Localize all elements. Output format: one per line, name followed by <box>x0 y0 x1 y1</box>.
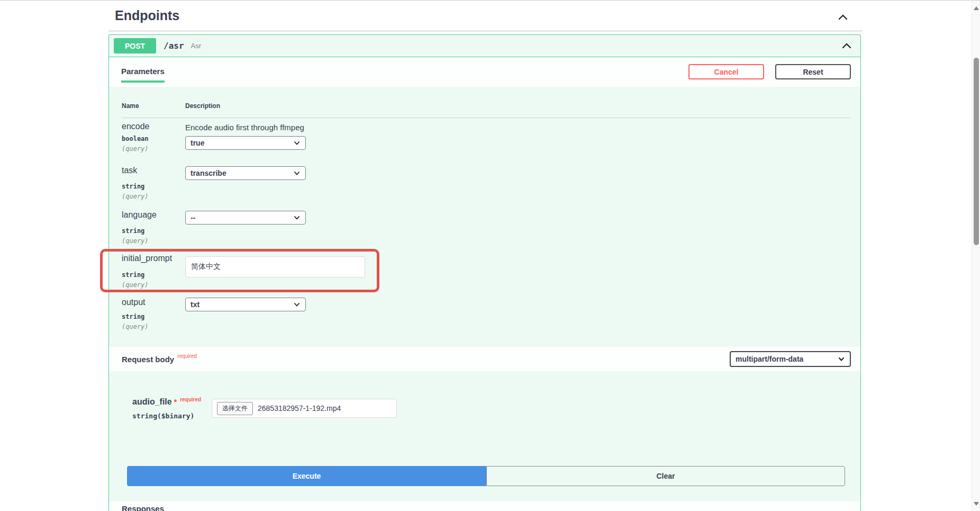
scrollbar[interactable] <box>972 1 980 511</box>
param-description: Encode audio first through ffmpeg <box>185 123 304 132</box>
clear-button[interactable]: Clear <box>486 466 845 486</box>
param-type: string <box>122 183 144 190</box>
responses-title: Responses <box>122 504 164 511</box>
scroll-up-arrow-icon[interactable] <box>974 6 979 10</box>
endpoints-collapse-button[interactable] <box>835 11 851 25</box>
opblock-collapse-button[interactable] <box>840 41 854 52</box>
file-input[interactable]: 选择文件 26853182957-1-192.mp4 <box>212 399 397 418</box>
table-header-divider <box>122 118 851 118</box>
task-select[interactable]: transcribe <box>185 166 306 180</box>
content-type-value: multipart/form-data <box>736 355 803 363</box>
parameters-header: Parameters Cancel Reset <box>109 57 860 87</box>
page-title: Endpoints <box>115 8 179 23</box>
opblock-post-asr: POST /asr Asr Parameters Cancel Reset Na… <box>108 34 861 511</box>
field-name: audio_file*required <box>132 397 201 407</box>
param-in: (query) <box>122 193 149 200</box>
param-in: (query) <box>122 145 149 153</box>
field-name-text: audio_file <box>132 397 172 406</box>
request-body-header: Request body required multipart/form-dat… <box>109 347 860 371</box>
scroll-down-arrow-icon[interactable] <box>974 502 979 506</box>
param-in: (query) <box>122 237 149 245</box>
reset-button[interactable]: Reset <box>775 64 851 79</box>
responses-header: Responses <box>109 501 860 511</box>
param-type: string <box>122 227 144 235</box>
param-name: encode <box>122 122 150 131</box>
opblock-summary[interactable]: POST /asr Asr <box>109 35 860 57</box>
required-star: * <box>174 398 177 406</box>
language-select-value: -- <box>190 213 195 222</box>
cancel-button[interactable]: Cancel <box>688 64 764 79</box>
param-type: string <box>122 271 144 279</box>
param-name: initial_prompt <box>122 254 172 263</box>
chevron-down-icon <box>293 169 301 177</box>
file-name: 26853182957-1-192.mp4 <box>258 404 341 413</box>
param-type: string <box>122 313 144 320</box>
field-required-badge: required <box>180 397 201 402</box>
param-in: (query) <box>122 281 149 289</box>
chevron-down-icon <box>293 214 301 221</box>
method-badge: POST <box>114 38 156 53</box>
encode-select-value: true <box>190 139 204 147</box>
language-select[interactable]: -- <box>185 211 306 225</box>
chevron-down-icon <box>838 355 845 363</box>
column-header-name: Name <box>122 102 139 110</box>
section-divider <box>108 31 863 31</box>
scrollbar-thumb[interactable] <box>974 58 979 245</box>
tab-parameters[interactable]: Parameters <box>121 67 165 83</box>
execute-button[interactable]: Execute <box>127 466 486 486</box>
param-name: language <box>122 210 157 220</box>
param-in: (query) <box>122 323 149 330</box>
chevron-up-icon <box>841 44 852 52</box>
param-name: output <box>122 298 145 307</box>
chevron-down-icon <box>293 139 301 147</box>
output-select[interactable]: txt <box>185 298 306 311</box>
output-select-value: txt <box>190 300 199 309</box>
choose-file-button[interactable]: 选择文件 <box>217 402 253 415</box>
request-body-required-badge: required <box>177 353 197 359</box>
encode-select[interactable]: true <box>185 136 306 150</box>
chevron-down-icon <box>293 301 301 308</box>
field-type: string($binary) <box>132 412 194 420</box>
param-name: task <box>122 166 137 175</box>
param-type: boolean <box>122 135 149 142</box>
chevron-up-icon <box>837 17 849 25</box>
content-type-select[interactable]: multipart/form-data <box>730 351 851 367</box>
initial-prompt-input[interactable] <box>185 256 365 277</box>
column-header-description: Description <box>185 102 220 110</box>
request-body-title: Request body <box>122 355 174 364</box>
endpoint-path: /asr <box>164 41 184 51</box>
endpoint-summary: Asr <box>191 42 202 50</box>
task-select-value: transcribe <box>190 169 226 177</box>
swagger-ui-page: Endpoints POST /asr Asr Parameters Cance… <box>0 0 980 511</box>
